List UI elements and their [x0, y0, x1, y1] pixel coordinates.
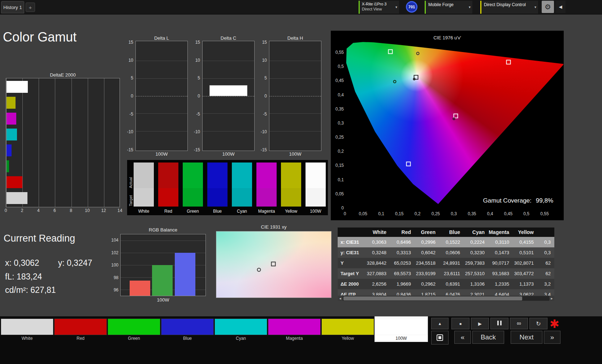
table-header-row: White Red Green Blue Cyan Magenta Yellow: [338, 228, 554, 237]
chevron-down-icon: ▾: [534, 5, 536, 9]
patch-button-red[interactable]: Red: [54, 318, 107, 342]
meter-line2: Direct View: [360, 6, 399, 11]
scroll-left-button[interactable]: ◀: [338, 296, 343, 301]
stop-button[interactable]: ■: [451, 318, 469, 329]
tick-label: 10: [84, 208, 91, 213]
magenta-point-marker: [452, 117, 455, 120]
cell: 90,0717: [488, 258, 512, 268]
tick-label: 100: [111, 262, 118, 268]
table-row-y-cie31[interactable]: y: CIE31 0,3248 0,3313 0,6042 0,0606 0,3…: [338, 247, 554, 258]
table-row-de-itp[interactable]: ΔE ITP 3,8804 0,8436 1,8715 6,0476 2,302…: [338, 289, 554, 295]
swatch-column-red: Red: [158, 162, 178, 214]
patch-button-cyan[interactable]: Cyan: [215, 318, 267, 342]
deltae-bar-100w: [7, 192, 27, 204]
next-arrow-button[interactable]: »: [544, 331, 560, 344]
tick-label: 0,2: [338, 148, 344, 154]
tick-label: -15: [194, 147, 200, 153]
table-row-x-cie31[interactable]: x: CIE31 0,3063 0,6496 0,2996 0,1522 0,2…: [338, 237, 554, 247]
left-arrow-icon: ◀: [559, 4, 562, 9]
gridline: [136, 113, 187, 114]
back-arrow-button[interactable]: «: [454, 331, 471, 344]
rgb-balance-xlabel: 100W: [120, 297, 206, 303]
delta-h-title: Delta H: [269, 35, 321, 41]
tick-label: 0: [198, 93, 200, 99]
cie1976-xticks: 00,050,10,150,20,250,30,350,40,450,50,55: [338, 211, 552, 216]
delta-c-plot: [202, 41, 255, 151]
bottom-bar: White Red Green Blue Cyan Magenta: [0, 316, 602, 364]
swatch-actual: [183, 162, 203, 188]
back-button[interactable]: Back: [472, 331, 504, 344]
tab-history[interactable]: History 1: [1, 1, 24, 13]
deltae-xticks: 02468101214: [2, 208, 124, 213]
patch-button-yellow[interactable]: Yellow: [321, 318, 374, 342]
next-button[interactable]: Next: [511, 331, 542, 344]
settings-button[interactable]: ⚙: [542, 1, 554, 13]
fullscreen-pattern-button[interactable]: [431, 331, 449, 344]
scrollbar-thumb[interactable]: [343, 296, 522, 300]
delta-l-plot: [135, 41, 188, 151]
double-left-icon: «: [461, 333, 465, 341]
swatch-actual: [306, 162, 326, 188]
tick-label: 15: [262, 39, 267, 45]
tick-label: 0,1: [374, 211, 389, 216]
gridline: [203, 61, 254, 61]
patch-button-white[interactable]: White: [1, 318, 53, 342]
patch-button-green[interactable]: Green: [108, 318, 160, 342]
cie1976-panel: CIE 1976 u'v' 0,550,50,450,40,350,30,250…: [331, 31, 564, 220]
meter-dropdown[interactable]: X-Rite i1Pro 3 Direct View ▾: [359, 1, 399, 14]
patch-bar: White Red Green Blue Cyan Magenta: [1, 318, 428, 342]
cell: 1,3106: [463, 279, 488, 289]
swatch-column-yellow: Yellow: [281, 162, 301, 214]
col-header-green: Green: [414, 228, 439, 237]
row-label: ΔE 2000: [338, 279, 365, 289]
col-header-magenta: Magenta: [488, 228, 512, 237]
deltae-bar-green: [7, 160, 9, 172]
play-button[interactable]: ▶: [471, 318, 489, 329]
patch-label: Blue: [161, 335, 214, 342]
patch-button-magenta[interactable]: Magenta: [268, 318, 321, 342]
actual-row-label: Actual: [129, 162, 133, 188]
alert-asterisk-icon: ✱: [550, 317, 559, 331]
tick-label: -5: [263, 111, 267, 117]
cell: 0,6496: [390, 237, 414, 247]
swatch-column-magenta: Magenta: [256, 162, 277, 214]
table-row-y[interactable]: Y 328,8442 65,0253 234,5518 24,8931 259,…: [338, 258, 554, 268]
tick-label: 2: [18, 208, 26, 213]
patch-label: Magenta: [268, 335, 321, 342]
patch-button-blue[interactable]: Blue: [161, 318, 214, 342]
tick-label: 10: [195, 57, 200, 63]
tick-label: -15: [127, 147, 133, 153]
swatch-column-blue: Blue: [207, 162, 228, 214]
pattern-up-button[interactable]: ▲: [431, 318, 449, 329]
rgb-bar-blue: [175, 253, 195, 296]
measured-point-marker: [257, 268, 261, 272]
tick-label: 0,3: [338, 120, 344, 126]
gridline: [203, 78, 254, 79]
gridline: [269, 61, 321, 61]
scroll-right-button[interactable]: ▶: [549, 296, 554, 301]
tick-label: 0: [338, 211, 352, 216]
delta-c-yticks: 151050-5-10-15: [190, 39, 200, 153]
pause-button[interactable]: [490, 318, 508, 329]
swatch-actual: [207, 162, 228, 188]
display-control-dropdown[interactable]: Direct Display Control ▾: [480, 1, 538, 14]
tick-label: 0,55: [537, 211, 552, 216]
loop-button[interactable]: ↻: [529, 318, 547, 329]
pattern-source-dropdown[interactable]: Mobile Forge ▾: [425, 1, 472, 14]
patch-color: [108, 318, 160, 335]
meter-count-badge[interactable]: 701: [406, 1, 417, 13]
table-scrollbar[interactable]: ◀ ▶: [338, 296, 554, 301]
collapse-panel-button[interactable]: ◀: [555, 1, 566, 13]
rgb-bar-green: [152, 265, 173, 296]
cell: 233,9199: [414, 268, 439, 279]
cell: 3,2: [537, 279, 554, 289]
patch-button-100w[interactable]: 100W: [375, 317, 428, 342]
table-row-target-y[interactable]: Target Y 327,0883 69,5573 233,9199 23,61…: [338, 268, 554, 279]
patch-label: White: [1, 335, 53, 342]
cie1976-yticks: 0,550,50,450,40,350,30,250,20,150,10,050: [332, 49, 344, 211]
table-row-de2000[interactable]: ΔE 2000 2,6256 1,9669 0,2962 0,6391 1,31…: [338, 279, 554, 289]
continuous-measure-button[interactable]: ∞: [510, 318, 528, 329]
swatch-target: [158, 188, 178, 207]
cell: 0,2962: [414, 279, 439, 289]
add-tab-button[interactable]: +: [26, 3, 35, 12]
